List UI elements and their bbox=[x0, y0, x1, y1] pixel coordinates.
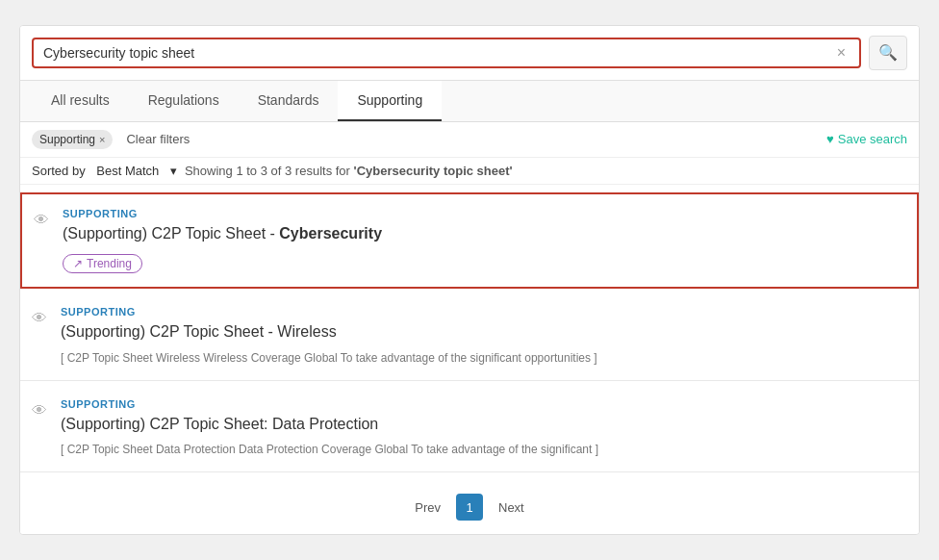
result-title-1[interactable]: (Supporting) C2P Topic Sheet - Cybersecu… bbox=[63, 223, 905, 244]
result-title-3[interactable]: (Supporting) C2P Topic Sheet: Data Prote… bbox=[61, 414, 907, 435]
sort-value: Best Match bbox=[96, 164, 159, 178]
filter-tag-label: Supporting bbox=[39, 133, 95, 146]
result-item-1: 👁 SUPPORTING (Supporting) C2P Topic Shee… bbox=[20, 192, 919, 289]
result-title-bold-1: Cybersecurity bbox=[279, 225, 382, 242]
sort-bar: Sorted by Best Match ▾ Showing 1 to 3 of… bbox=[20, 158, 919, 185]
next-page-button[interactable]: Next bbox=[491, 496, 532, 519]
eye-icon-1[interactable]: 👁 bbox=[34, 212, 53, 229]
search-input-wrapper: × bbox=[32, 38, 861, 68]
save-search-label: Save search bbox=[838, 132, 907, 146]
heart-icon: ♥ bbox=[826, 132, 834, 146]
trending-icon: ↗ bbox=[73, 257, 83, 270]
clear-search-button[interactable]: × bbox=[833, 45, 850, 61]
tab-all-results[interactable]: All results bbox=[32, 81, 129, 121]
results-query: 'Cybersecurity topic sheet' bbox=[354, 164, 513, 178]
result-content-3: SUPPORTING (Supporting) C2P Topic Sheet:… bbox=[61, 398, 907, 458]
result-title-plain-3: (Supporting) C2P Topic Sheet: Data Prote… bbox=[61, 416, 378, 432]
filter-left: Supporting × Clear filters bbox=[32, 130, 195, 149]
search-button[interactable]: 🔍 bbox=[869, 36, 907, 70]
prev-page-button[interactable]: Prev bbox=[407, 496, 448, 519]
result-excerpt-3: [ C2P Topic Sheet Data Protection Data P… bbox=[61, 441, 907, 458]
result-content-2: SUPPORTING (Supporting) C2P Topic Sheet … bbox=[61, 306, 907, 366]
sort-by-label: Sorted by bbox=[32, 164, 86, 178]
result-content-1: SUPPORTING (Supporting) C2P Topic Sheet … bbox=[63, 208, 905, 273]
save-search-button[interactable]: ♥ Save search bbox=[826, 132, 907, 146]
filter-tag-remove[interactable]: × bbox=[99, 134, 105, 145]
tab-supporting[interactable]: Supporting bbox=[338, 81, 442, 121]
result-category-1: SUPPORTING bbox=[63, 208, 905, 219]
tab-regulations[interactable]: Regulations bbox=[129, 81, 239, 121]
sort-dropdown[interactable]: Sorted by Best Match ▾ bbox=[32, 164, 177, 178]
result-item-3: 👁 SUPPORTING (Supporting) C2P Topic Shee… bbox=[20, 385, 919, 472]
trending-label: Trending bbox=[87, 257, 132, 270]
pagination: Prev 1 Next bbox=[20, 480, 919, 534]
result-category-3: SUPPORTING bbox=[61, 398, 907, 410]
result-title-plain-1: (Supporting) C2P Topic Sheet - bbox=[63, 225, 279, 242]
result-item-2: 👁 SUPPORTING (Supporting) C2P Topic Shee… bbox=[20, 293, 919, 380]
tab-standards[interactable]: Standards bbox=[239, 81, 339, 121]
result-title-2[interactable]: (Supporting) C2P Topic Sheet - Wireless bbox=[61, 321, 907, 343]
page-1-button[interactable]: 1 bbox=[456, 494, 483, 521]
filter-bar: Supporting × Clear filters ♥ Save search bbox=[20, 122, 919, 158]
search-input[interactable] bbox=[43, 45, 833, 61]
active-filter-tag: Supporting × bbox=[32, 130, 113, 149]
search-icon: 🔍 bbox=[878, 43, 898, 62]
result-category-2: SUPPORTING bbox=[61, 306, 907, 318]
result-title-plain-2: (Supporting) C2P Topic Sheet - Wireless bbox=[61, 323, 337, 340]
eye-icon-3[interactable]: 👁 bbox=[32, 402, 51, 420]
clear-filters-button[interactable]: Clear filters bbox=[120, 130, 195, 148]
trending-badge-1[interactable]: ↗ Trending bbox=[63, 254, 142, 273]
main-container: × 🔍 All results Regulations Standards Su… bbox=[19, 25, 920, 535]
tabs-bar: All results Regulations Standards Suppor… bbox=[20, 81, 919, 122]
search-bar: × 🔍 bbox=[20, 26, 919, 81]
chevron-down-icon: ▾ bbox=[170, 164, 177, 178]
eye-icon-2[interactable]: 👁 bbox=[32, 310, 51, 327]
result-excerpt-2: [ C2P Topic Sheet Wireless Wireless Cove… bbox=[61, 349, 907, 367]
results-info-text: Showing 1 to 3 of 3 results for 'Cyberse… bbox=[185, 164, 513, 178]
results-list: 👁 SUPPORTING (Supporting) C2P Topic Shee… bbox=[20, 185, 919, 480]
